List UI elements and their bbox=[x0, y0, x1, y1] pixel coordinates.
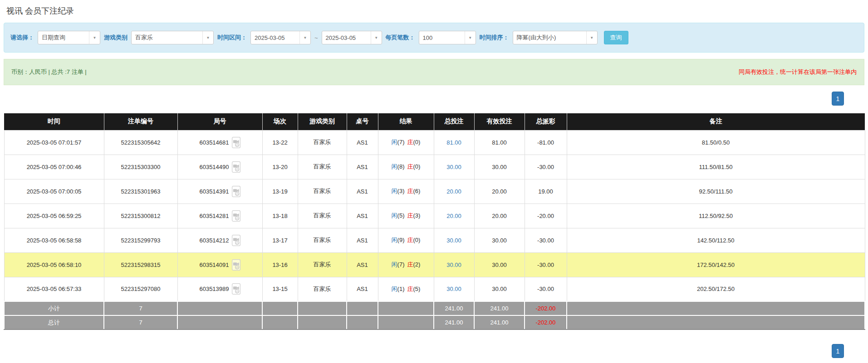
summary-empty-cell bbox=[262, 301, 298, 315]
cell-remark: 112.50/92.50 bbox=[567, 203, 865, 228]
summary-row: 总计7241.00241.00-202.00 bbox=[4, 315, 865, 329]
time-range-label: 时间区间： bbox=[217, 34, 247, 42]
page-size-select[interactable]: 100 ▼ bbox=[419, 31, 476, 44]
cell-valid-bet: 30.00 bbox=[474, 155, 525, 179]
cell-time: 2025-03-05 06:57:33 bbox=[4, 277, 104, 301]
cell-total-bet: 30.00 bbox=[434, 228, 474, 252]
summary-empty-cell bbox=[298, 301, 347, 315]
total-bet-link[interactable]: 81.00 bbox=[446, 139, 461, 146]
result-banker-count: (0) bbox=[413, 237, 421, 243]
range-separator: ~ bbox=[314, 34, 318, 41]
round-id-group: 603514681 bbox=[199, 137, 240, 148]
total-bet-link[interactable]: 30.00 bbox=[446, 261, 461, 268]
result-banker-label: 庄 bbox=[407, 261, 413, 268]
summary-total-bet: 241.00 bbox=[434, 315, 474, 329]
cell-valid-bet: 81.00 bbox=[474, 130, 525, 155]
cell-table-no: AS1 bbox=[347, 155, 378, 179]
betting-records-table: 时间注单编号局号场次游戏类别桌号结果总投注有效投注总派彩备注 2025-03-0… bbox=[4, 113, 865, 330]
round-id-group: 603514091 bbox=[199, 259, 240, 271]
chevron-down-icon[interactable]: ▼ bbox=[89, 31, 100, 44]
total-bet-link[interactable]: 30.00 bbox=[446, 237, 461, 244]
game-type-value: 百家乐 bbox=[132, 34, 202, 42]
cell-result: 闲(9)庄(0) bbox=[378, 228, 434, 252]
pagination-top: 1 bbox=[4, 92, 864, 106]
cell-result: 闲(8)庄(0) bbox=[378, 155, 434, 179]
cell-time: 2025-03-05 07:01:57 bbox=[4, 130, 104, 155]
video-icon[interactable] bbox=[232, 235, 240, 246]
cell-round-id: 603514281 bbox=[177, 203, 262, 228]
column-header: 场次 bbox=[262, 113, 298, 130]
result-banker-count: (3) bbox=[413, 212, 421, 219]
result-banker-label: 庄 bbox=[407, 212, 413, 219]
round-id-group: 603513989 bbox=[199, 283, 240, 295]
table-row: 2025-03-05 06:58:58522315299793603514212… bbox=[4, 228, 865, 252]
video-icon[interactable] bbox=[232, 186, 240, 197]
sort-order-select[interactable]: 降冪(由大到小) ▼ bbox=[513, 31, 598, 44]
total-bet-link[interactable]: 20.00 bbox=[446, 188, 461, 195]
table-row: 2025-03-05 07:00:46522315303300603514490… bbox=[4, 155, 865, 179]
cell-bet-id: 522315300812 bbox=[104, 203, 177, 228]
result-player-count: (7) bbox=[397, 139, 405, 145]
summary-empty-cell bbox=[378, 315, 434, 329]
page-1-button[interactable]: 1 bbox=[832, 92, 844, 106]
video-icon[interactable] bbox=[232, 259, 240, 271]
cell-session: 13-19 bbox=[262, 179, 298, 203]
table-header-row: 时间注单编号局号场次游戏类别桌号结果总投注有效投注总派彩备注 bbox=[4, 113, 865, 130]
video-icon[interactable] bbox=[232, 283, 240, 295]
chevron-down-icon[interactable]: ▼ bbox=[586, 31, 597, 44]
cell-session: 13-15 bbox=[262, 277, 298, 301]
cell-payout: -30.00 bbox=[525, 252, 567, 277]
cell-result: 闲(5)庄(3) bbox=[378, 203, 434, 228]
round-id-group: 603514212 bbox=[199, 235, 240, 246]
cell-remark: 142.50/112.50 bbox=[567, 228, 865, 252]
result-player-count: (9) bbox=[397, 237, 405, 243]
query-type-select[interactable]: 日期查询 ▼ bbox=[38, 31, 100, 44]
cell-bet-id: 522315298315 bbox=[104, 252, 177, 277]
cell-remark: 111.50/81.50 bbox=[567, 155, 865, 179]
chevron-down-icon[interactable]: ▼ bbox=[202, 31, 213, 44]
total-bet-link[interactable]: 20.00 bbox=[446, 213, 461, 219]
table-row: 2025-03-05 06:57:33522315297080603513989… bbox=[4, 277, 865, 301]
chevron-down-icon[interactable]: ▼ bbox=[299, 31, 310, 44]
date-from-select[interactable]: 2025-03-05 ▼ bbox=[250, 31, 311, 44]
cell-table-no: AS1 bbox=[347, 130, 378, 155]
cell-payout: -81.00 bbox=[525, 130, 567, 155]
video-icon[interactable] bbox=[232, 137, 240, 148]
result-player-count: (5) bbox=[397, 212, 405, 219]
cell-round-id: 603514091 bbox=[177, 252, 262, 277]
cell-valid-bet: 20.00 bbox=[474, 203, 525, 228]
game-type-select[interactable]: 百家乐 ▼ bbox=[131, 31, 214, 44]
result-banker-count: (5) bbox=[413, 286, 421, 292]
cell-remark: 81.50/0.50 bbox=[567, 130, 865, 155]
total-bet-link[interactable]: 30.00 bbox=[446, 286, 461, 292]
result-banker-label: 庄 bbox=[407, 237, 413, 243]
summary-empty-cell bbox=[177, 301, 262, 315]
result-player-label: 闲 bbox=[392, 188, 397, 194]
result-banker-count: (2) bbox=[413, 261, 421, 268]
result-player-count: (3) bbox=[397, 188, 405, 194]
summary-empty-cell bbox=[298, 315, 347, 329]
video-icon[interactable] bbox=[232, 161, 240, 173]
cell-bet-id: 522315305642 bbox=[104, 130, 177, 155]
page-1-button[interactable]: 1 bbox=[832, 344, 844, 358]
sort-order-label: 时间排序： bbox=[480, 34, 509, 42]
round-id-group: 603514391 bbox=[199, 186, 240, 197]
chevron-down-icon[interactable]: ▼ bbox=[371, 31, 382, 44]
query-type-value: 日期查询 bbox=[38, 34, 89, 42]
total-bet-link[interactable]: 30.00 bbox=[446, 164, 461, 170]
cell-valid-bet: 20.00 bbox=[474, 179, 525, 203]
cell-table-no: AS1 bbox=[347, 228, 378, 252]
cell-valid-bet: 30.00 bbox=[474, 277, 525, 301]
summary-count: 7 bbox=[104, 301, 177, 315]
cell-remark: 92.50/111.50 bbox=[567, 179, 865, 203]
summary-label: 小计 bbox=[4, 301, 104, 315]
column-header: 总派彩 bbox=[525, 113, 567, 130]
chevron-down-icon[interactable]: ▼ bbox=[465, 31, 476, 44]
page-size-value: 100 bbox=[419, 34, 465, 41]
cell-round-id: 603514681 bbox=[177, 130, 262, 155]
video-icon[interactable] bbox=[232, 210, 240, 222]
round-number: 603514490 bbox=[199, 164, 229, 170]
search-button[interactable]: 查询 bbox=[604, 31, 628, 44]
table-row: 2025-03-05 07:00:05522315301963603514391… bbox=[4, 179, 865, 203]
date-to-select[interactable]: 2025-03-05 ▼ bbox=[322, 31, 382, 44]
